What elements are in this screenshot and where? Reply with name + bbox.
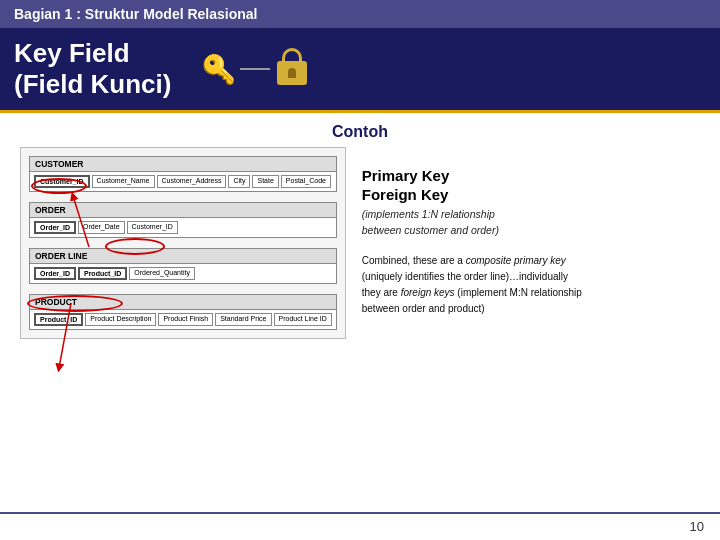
lock-hole bbox=[288, 68, 296, 78]
order-table: ORDER Order_ID Order_Date Customer_ID bbox=[29, 202, 337, 238]
header-bar: Bagian 1 : Struktur Model Relasional bbox=[0, 0, 720, 28]
order-table-fields: Order_ID Order_Date Customer_ID bbox=[30, 218, 336, 237]
contoh-label: Contoh bbox=[20, 123, 700, 141]
orderline-table-header: ORDER LINE bbox=[30, 249, 336, 264]
combined-description: Combined, these are a composite primary … bbox=[362, 253, 700, 317]
customer-field-city: City bbox=[228, 175, 250, 188]
product-table-header: PRODUCT bbox=[30, 295, 336, 310]
product-table-fields: Product_ID Product Description Product F… bbox=[30, 310, 336, 329]
product-field-desc: Product Description bbox=[85, 313, 156, 326]
product-field-line: Product Line ID bbox=[274, 313, 332, 326]
customer-field-addr: Customer_Address bbox=[157, 175, 227, 188]
orderline-field-qty: Ordered_Quantity bbox=[129, 267, 195, 280]
dash-connector bbox=[240, 68, 270, 70]
order-field-date: Order_Date bbox=[78, 221, 125, 234]
lock-shackle bbox=[282, 48, 302, 62]
key-lock-icon-area: 🔑 bbox=[201, 48, 310, 90]
product-field-id: Product_ID bbox=[34, 313, 83, 326]
order-field-id: Order_ID bbox=[34, 221, 76, 234]
customer-field-state: State bbox=[252, 175, 278, 188]
bottom-divider bbox=[0, 512, 720, 514]
product-field-price: Standard Price bbox=[215, 313, 271, 326]
foreign-key-label: Foreign Key bbox=[362, 186, 700, 203]
key-icon: 🔑 bbox=[201, 53, 236, 86]
main-content: Contoh CUSTOMER Customer_ID Customer_Nam… bbox=[0, 113, 720, 349]
product-field-finish: Product Finish bbox=[158, 313, 213, 326]
order-field-custid: Customer_ID bbox=[127, 221, 178, 234]
fk-description: (implements 1:N relationshipbetween cust… bbox=[362, 207, 700, 239]
title-line2: (Field Kunci) bbox=[14, 69, 171, 100]
title-section: Key Field (Field Kunci) 🔑 bbox=[0, 28, 720, 110]
primary-key-label: Primary Key bbox=[362, 167, 700, 184]
customer-table: CUSTOMER Customer_ID Customer_Name Custo… bbox=[29, 156, 337, 192]
orderline-table-fields: Order_ID Product_ID Ordered_Quantity bbox=[30, 264, 336, 283]
title-text: Key Field (Field Kunci) bbox=[14, 38, 171, 100]
customer-field-postal: Postal_Code bbox=[281, 175, 331, 188]
order-table-header: ORDER bbox=[30, 203, 336, 218]
customer-field-id: Customer_ID bbox=[34, 175, 90, 188]
lock-body bbox=[277, 61, 307, 85]
annotations-area: Primary Key Foreign Key (implements 1:N … bbox=[362, 147, 700, 317]
title-line1: Key Field bbox=[14, 38, 171, 69]
orderline-table: ORDER LINE Order_ID Product_ID Ordered_Q… bbox=[29, 248, 337, 284]
customer-table-fields: Customer_ID Customer_Name Customer_Addre… bbox=[30, 172, 336, 191]
customer-table-header: CUSTOMER bbox=[30, 157, 336, 172]
diagram-box: CUSTOMER Customer_ID Customer_Name Custo… bbox=[20, 147, 346, 339]
orderline-field-prodid: Product_ID bbox=[78, 267, 127, 280]
section-label: Bagian 1 : Struktur Model Relasional bbox=[14, 6, 258, 22]
lock-icon bbox=[274, 48, 310, 90]
diagram-and-annotations: CUSTOMER Customer_ID Customer_Name Custo… bbox=[20, 147, 700, 339]
orderline-field-orderid: Order_ID bbox=[34, 267, 76, 280]
page-number: 10 bbox=[690, 519, 704, 534]
product-table: PRODUCT Product_ID Product Description P… bbox=[29, 294, 337, 330]
customer-field-name: Customer_Name bbox=[92, 175, 155, 188]
